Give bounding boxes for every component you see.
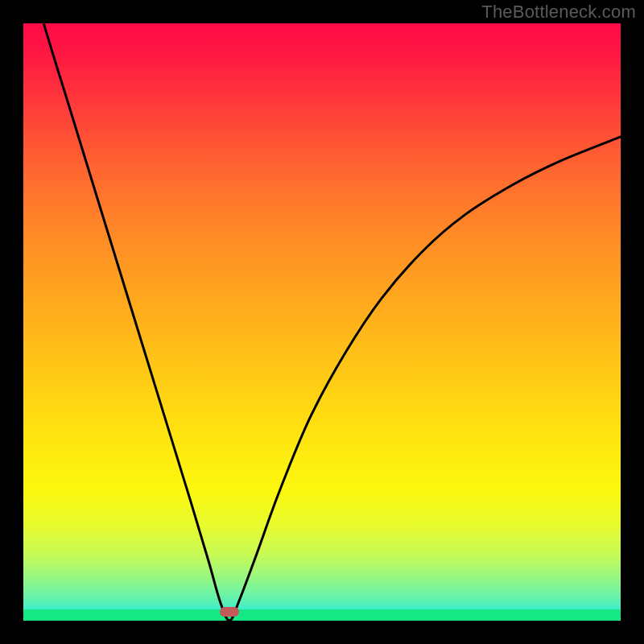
chart-frame: TheBottleneck.com [0, 0, 644, 644]
optimal-marker [220, 607, 239, 617]
plot-area [23, 23, 621, 621]
bottleneck-curve [23, 23, 621, 621]
watermark-text: TheBottleneck.com [481, 2, 636, 23]
